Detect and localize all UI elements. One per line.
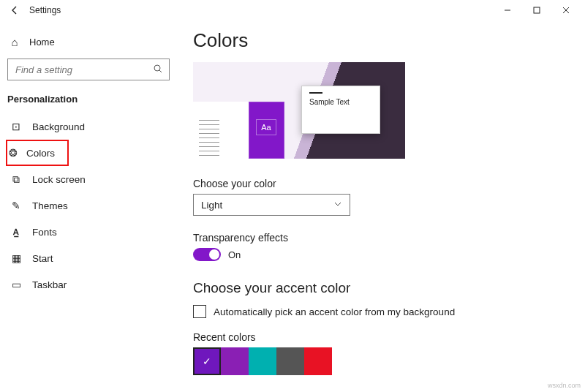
maximize-button[interactable] bbox=[522, 0, 551, 20]
preview-window: Sample Text bbox=[301, 86, 380, 134]
sidebar-item-fonts[interactable]: A̲ Fonts bbox=[7, 219, 170, 245]
transparency-value: On bbox=[228, 249, 241, 260]
color-swatch[interactable]: ✓ bbox=[193, 347, 221, 375]
search-icon bbox=[153, 64, 163, 76]
window-title: Settings bbox=[29, 5, 61, 15]
auto-pick-label: Automatically pick an accent color from … bbox=[214, 306, 455, 317]
back-button[interactable] bbox=[4, 0, 25, 20]
transparency-label: Transparency effects bbox=[193, 232, 585, 244]
minimize-button[interactable] bbox=[493, 0, 522, 20]
color-preview: Aa Sample Text bbox=[193, 62, 405, 159]
svg-line-3 bbox=[159, 70, 162, 72]
sidebar: ⌂ Home Personalization ⊡ Background ❂ Co… bbox=[0, 20, 177, 392]
themes-icon: ✎ bbox=[9, 200, 23, 211]
page-title: Colors bbox=[193, 29, 585, 52]
lock-icon: ⧉ bbox=[9, 173, 23, 186]
preview-tile-aa: Aa bbox=[256, 119, 276, 135]
color-swatch[interactable] bbox=[221, 347, 249, 375]
sidebar-item-start[interactable]: ▦ Start bbox=[7, 245, 170, 271]
watermark: wsxdn.com bbox=[548, 382, 581, 389]
sidebar-item-colors[interactable]: ❂ Colors bbox=[6, 140, 69, 166]
recent-colors: ✓ bbox=[193, 347, 585, 375]
taskbar-icon: ▭ bbox=[9, 279, 23, 290]
auto-pick-checkbox[interactable]: Automatically pick an accent color from … bbox=[193, 305, 585, 318]
color-swatch[interactable] bbox=[249, 347, 276, 375]
transparency-toggle[interactable] bbox=[193, 248, 221, 261]
start-icon: ▦ bbox=[9, 252, 23, 264]
color-swatch[interactable] bbox=[304, 347, 332, 375]
sidebar-item-label: Fonts bbox=[32, 227, 57, 238]
choose-color-value: Light bbox=[201, 200, 222, 211]
palette-icon: ❂ bbox=[9, 147, 18, 159]
sidebar-item-lockscreen[interactable]: ⧉ Lock screen bbox=[7, 166, 170, 192]
choose-color-select[interactable]: Light bbox=[193, 194, 350, 216]
title-bar: Settings bbox=[0, 0, 585, 20]
search-box[interactable] bbox=[7, 59, 170, 80]
preview-sample-text: Sample Text bbox=[309, 98, 372, 106]
check-icon: ✓ bbox=[203, 355, 211, 367]
accent-heading: Choose your accent color bbox=[193, 280, 585, 296]
sidebar-item-background[interactable]: ⊡ Background bbox=[7, 113, 170, 140]
sidebar-item-label: Themes bbox=[32, 200, 68, 211]
sidebar-item-taskbar[interactable]: ▭ Taskbar bbox=[7, 271, 170, 298]
search-input[interactable] bbox=[14, 64, 153, 76]
home-button[interactable]: ⌂ Home bbox=[7, 31, 170, 53]
close-button[interactable] bbox=[551, 0, 581, 20]
sidebar-item-label: Taskbar bbox=[32, 279, 67, 290]
sidebar-item-label: Lock screen bbox=[32, 174, 86, 185]
home-icon: ⌂ bbox=[7, 36, 22, 48]
home-label: Home bbox=[29, 37, 55, 48]
sidebar-item-label: Colors bbox=[26, 148, 55, 159]
content-pane: Colors Aa Sample Text Choose your color … bbox=[177, 20, 585, 392]
recent-colors-label: Recent colors bbox=[193, 331, 585, 343]
sidebar-item-themes[interactable]: ✎ Themes bbox=[7, 192, 170, 219]
color-swatch[interactable] bbox=[276, 347, 304, 375]
chevron-down-icon bbox=[333, 200, 342, 211]
sidebar-item-label: Start bbox=[32, 253, 53, 264]
svg-rect-1 bbox=[534, 7, 540, 13]
choose-color-label: Choose your color bbox=[193, 178, 585, 189]
sidebar-group-title: Personalization bbox=[7, 94, 170, 105]
checkbox-icon bbox=[193, 305, 206, 318]
sidebar-item-label: Background bbox=[32, 121, 85, 132]
fonts-icon: A̲ bbox=[9, 227, 23, 237]
svg-point-2 bbox=[154, 65, 160, 71]
picture-icon: ⊡ bbox=[9, 121, 23, 132]
